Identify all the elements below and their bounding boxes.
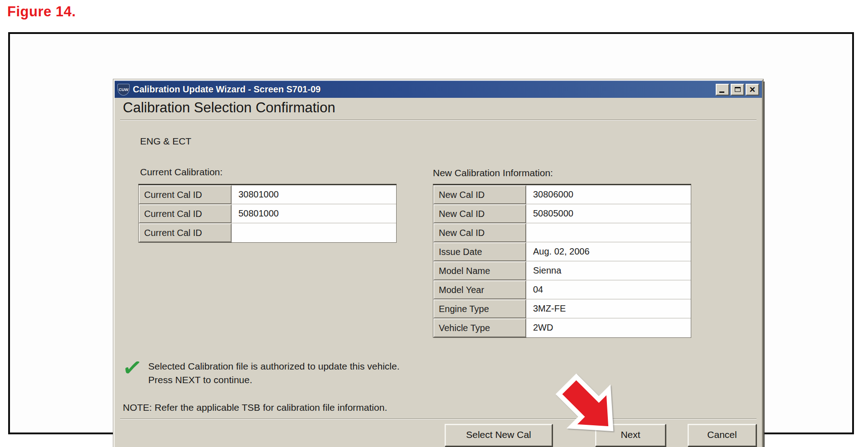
table-row: Issue Date Aug. 02, 2006 — [433, 242, 691, 261]
table-row: New Cal ID — [433, 223, 691, 242]
row-label: New Cal ID — [433, 223, 526, 242]
table-row: New Cal ID 30806000 — [433, 185, 691, 204]
row-label: Model Year — [433, 280, 526, 299]
table-row: Current Cal ID — [139, 223, 396, 242]
row-value: Aug. 02, 2006 — [526, 242, 691, 261]
row-value: 50805000 — [526, 204, 691, 223]
row-value: 04 — [526, 280, 691, 299]
row-label: New Cal ID — [433, 185, 526, 204]
heading-divider — [120, 120, 756, 120]
cuw-icon-text: CUW — [119, 87, 129, 92]
status-message: Selected Calibration file is authorized … — [148, 356, 400, 387]
window-title: Calibration Update Wizard - Screen S701-… — [133, 84, 716, 95]
row-label: Vehicle Type — [433, 318, 526, 337]
cuw-shield-icon: CUW — [117, 84, 130, 96]
row-value: 30801000 — [232, 185, 396, 204]
row-label: Current Cal ID — [139, 223, 232, 242]
row-value: 3MZ-FE — [526, 299, 691, 318]
table-row: Current Cal ID 30801000 — [139, 185, 396, 204]
maximize-icon — [735, 87, 741, 92]
table-row: Model Name Sienna — [433, 261, 691, 280]
new-calibration-caption: New Calibration Information: — [433, 168, 553, 178]
window-controls: × — [716, 84, 759, 96]
table-row: New Cal ID 50805000 — [433, 204, 691, 223]
new-calibration-table: New Cal ID 30806000 New Cal ID 50805000 … — [433, 184, 691, 338]
close-button[interactable]: × — [746, 84, 759, 96]
row-value — [526, 223, 691, 242]
row-value: 30806000 — [526, 185, 691, 204]
figure-border-box: CUW Calibration Update Wizard - Screen S… — [8, 32, 854, 434]
green-check-icon: ✓ — [120, 354, 150, 388]
maximize-button[interactable] — [731, 84, 744, 96]
select-new-cal-button[interactable]: Select New Cal — [445, 424, 553, 447]
row-label: Issue Date — [433, 242, 526, 261]
table-row: Model Year 04 — [433, 280, 691, 299]
section-label-eng-ect: ENG & ECT — [140, 136, 191, 147]
row-label: Current Cal ID — [139, 185, 232, 204]
page-title: Calibration Selection Confirmation — [123, 100, 335, 116]
row-value: 50801000 — [232, 204, 396, 223]
footer-divider — [120, 418, 756, 419]
next-button[interactable]: Next — [595, 424, 666, 447]
row-value: Sienna — [526, 261, 691, 280]
row-label: New Cal ID — [433, 204, 526, 223]
row-value — [232, 223, 396, 242]
row-value: 2WD — [526, 318, 691, 337]
table-row: Current Cal ID 50801000 — [139, 204, 396, 223]
close-icon: × — [750, 85, 756, 94]
table-row: Engine Type 3MZ-FE — [433, 299, 691, 318]
status-line-1: Selected Calibration file is authorized … — [148, 360, 400, 373]
authorization-status: ✓ Selected Calibration file is authorize… — [122, 356, 400, 387]
calibration-wizard-window: CUW Calibration Update Wizard - Screen S… — [113, 79, 763, 447]
current-calibration-table: Current Cal ID 30801000 Current Cal ID 5… — [138, 184, 397, 243]
row-label: Engine Type — [433, 299, 526, 318]
row-label: Model Name — [433, 261, 526, 280]
minimize-button[interactable] — [716, 84, 729, 96]
row-label: Current Cal ID — [139, 204, 232, 223]
cancel-button[interactable]: Cancel — [688, 424, 756, 447]
tsb-note: NOTE: Refer the applicable TSB for calib… — [123, 402, 387, 413]
status-line-2: Press NEXT to continue. — [148, 373, 400, 387]
current-calibration-caption: Current Calibration: — [140, 167, 223, 178]
figure-caption: Figure 14. — [7, 4, 76, 20]
window-titlebar[interactable]: CUW Calibration Update Wizard - Screen S… — [115, 81, 762, 98]
minimize-icon — [719, 91, 724, 93]
table-row: Vehicle Type 2WD — [433, 318, 691, 337]
